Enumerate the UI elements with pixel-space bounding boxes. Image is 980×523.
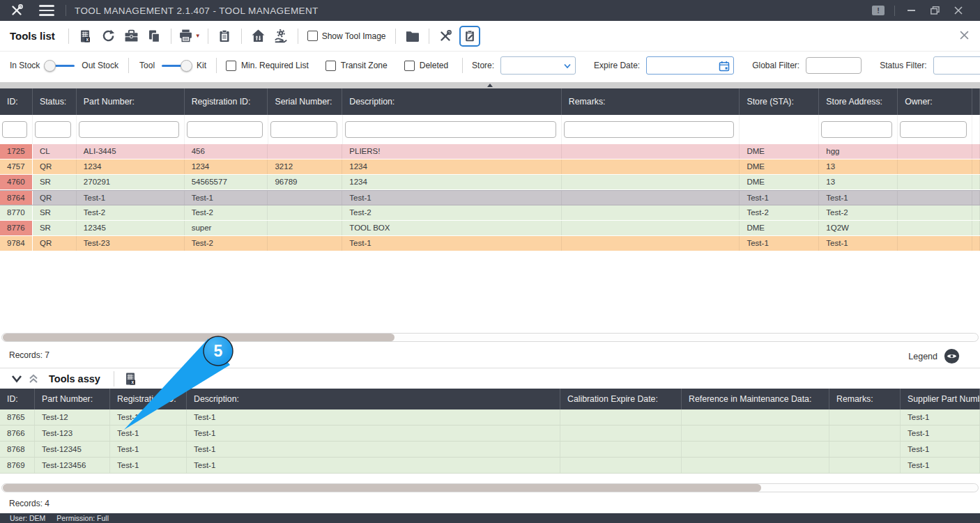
filter-checkbox-1[interactable]: Transit Zone [326, 61, 388, 71]
assy-col-supplier-part-number[interactable]: Supplier Part Number: [901, 389, 980, 409]
print-button[interactable]: ▼ [178, 26, 201, 47]
cell-registration-id: Test-1 [185, 191, 268, 205]
toggle-knob[interactable] [44, 60, 56, 72]
tools-button[interactable] [436, 26, 455, 47]
main-filter-registration-id-input[interactable] [187, 121, 263, 138]
folder-button[interactable] [403, 26, 422, 47]
main-col-store-address[interactable]: Store Address: [819, 88, 898, 115]
main-col-registration-id[interactable]: Registration ID: [185, 88, 268, 115]
main-filter-owner-input[interactable] [900, 121, 967, 138]
service-request-button[interactable] [272, 26, 291, 47]
main-col-serial-number[interactable]: Serial Number: [268, 88, 342, 115]
user-label: User: DEM [10, 514, 45, 522]
assy-col-id[interactable]: ID: [0, 389, 35, 409]
tools-row-8764[interactable]: 8764QRTest-1Test-1Test-1Test-1Test-1 [0, 190, 980, 205]
assy-col-remarks[interactable]: Remarks: [829, 389, 901, 409]
tools-row-8770[interactable]: 8770SRTest-2Test-2Test-2Test-2Test-2 [0, 205, 980, 221]
main-col-owner[interactable]: Owner: [898, 88, 972, 115]
expand-up-button[interactable] [25, 370, 42, 387]
cell-owner [898, 144, 972, 159]
close-panel-button[interactable] [960, 30, 969, 42]
tools-row-1725[interactable]: 1725CLALI-3445456PLIERS!DMEhgg [0, 144, 980, 159]
main-filter-cell [0, 115, 33, 144]
minimize-button[interactable] [899, 0, 923, 21]
main-filter-serial-number-input[interactable] [270, 121, 337, 138]
cell-supplier-part-number: Test-1 [901, 442, 980, 457]
checkbox-icon [307, 31, 318, 41]
main-col-part-number[interactable]: Part Number: [77, 88, 185, 115]
feedback-button[interactable]: ! [866, 0, 890, 21]
toggle-knob[interactable] [181, 60, 192, 72]
in-stock-label: In Stock [10, 61, 40, 70]
main-filter-status-input[interactable] [35, 121, 71, 138]
collapse-down-button[interactable] [8, 370, 25, 387]
main-filter-description-input[interactable] [345, 121, 556, 138]
excel-export-button[interactable]: x [76, 26, 95, 47]
main-col-store-sta[interactable]: Store (STA): [740, 88, 819, 115]
tool-kit-toggle[interactable] [162, 59, 190, 72]
cell-owner [898, 159, 972, 174]
assy-col-part-number[interactable]: Part Number: [35, 389, 110, 409]
assy-col-reference-in-maintenance-data[interactable]: Reference in Maintenance Data: [682, 389, 829, 409]
assy-excel-export-button[interactable]: x [121, 368, 140, 389]
assy-col-description[interactable]: Description: [187, 389, 560, 409]
folder-icon [405, 29, 420, 43]
filter-checkbox-0[interactable]: Min. Required List [226, 61, 309, 71]
main-filter-part-number-input[interactable] [79, 121, 179, 138]
print-dropdown-caret-icon[interactable]: ▼ [195, 33, 201, 39]
tools-row-8776[interactable]: 8776SR12345superTOOL BOXDME1Q2W [0, 221, 980, 236]
cell-store-address: 13 [819, 159, 898, 174]
assy-col-registration-id[interactable]: Registration ID: [110, 389, 187, 409]
main-col-remarks[interactable]: Remarks: [562, 88, 740, 115]
paste-button[interactable] [215, 26, 234, 47]
refresh-button[interactable] [99, 26, 118, 47]
assy-row-8765[interactable]: 8765Test-12Test-1Test-1Test-1 [0, 409, 980, 426]
store-home-button[interactable] [249, 26, 268, 47]
cell-sliver [972, 191, 980, 205]
global-filter-input[interactable] [806, 57, 862, 74]
scrollbar-thumb[interactable] [3, 484, 761, 492]
cell-part-number: 1234 [77, 159, 185, 174]
cell-description: PLIERS! [342, 144, 562, 159]
tools-row-4760[interactable]: 4760SR27029154565577967891234DME13 [0, 175, 980, 190]
assy-col-calibration-expire-date[interactable]: Calibration Expire Date: [560, 389, 682, 409]
edit-button[interactable] [459, 26, 480, 47]
expire-date-input[interactable] [646, 56, 734, 75]
main-filter-remarks-input[interactable] [564, 121, 734, 138]
main-col-description[interactable]: Description: [342, 88, 562, 115]
assy-row-8766[interactable]: 8766Test-123Test-1Test-1Test-1 [0, 426, 980, 442]
tools-row-9784[interactable]: 9784QRTest-23Test-2Test-1Test-1Test-1 [0, 236, 980, 251]
tools-row-4757[interactable]: 4757QR1234123432121234DME13 [0, 159, 980, 175]
filter-checkbox-2[interactable]: Deleted [404, 61, 448, 71]
toolbox-button[interactable] [122, 26, 141, 47]
legend-button[interactable]: Legend [908, 348, 960, 364]
cell-sliver [972, 144, 980, 159]
main-col-status[interactable]: Status: [33, 88, 77, 115]
collapse-up-arrow-icon[interactable] [487, 84, 493, 87]
paste-clipboard-icon [217, 29, 231, 43]
cell-id: 8769 [0, 458, 35, 473]
status-filter-dropdown[interactable] [933, 56, 980, 75]
main-col-id[interactable]: ID: [0, 88, 33, 115]
tools-table-header: ID:Status:Part Number:Registration ID:Se… [0, 88, 980, 115]
cell-description: 1234 [342, 159, 562, 174]
app-window: TOOL MANAGEMENT 2.1.407 - TOOL MANAGEMEN… [0, 0, 980, 523]
calendar-icon [719, 61, 730, 72]
restore-button[interactable] [923, 0, 947, 21]
assy-row-8768[interactable]: 8768Test-12345Test-1Test-1Test-1 [0, 442, 980, 458]
main-filter-store-address-input[interactable] [821, 121, 892, 138]
assy-table-hscrollbar[interactable] [1, 483, 979, 492]
assy-row-8769[interactable]: 8769Test-123456Test-1Test-1Test-1 [0, 458, 980, 474]
main-filter-id-input[interactable] [2, 121, 27, 138]
stock-toggle[interactable] [47, 59, 75, 72]
copy-button[interactable] [145, 26, 164, 47]
tools-assy-header: Tools assy x [0, 368, 980, 389]
scrollbar-thumb[interactable] [3, 334, 395, 341]
menu-icon[interactable] [39, 5, 54, 16]
close-window-button[interactable] [947, 0, 970, 21]
legend-eye-icon[interactable] [944, 348, 960, 364]
splitter-bar[interactable] [0, 82, 980, 88]
store-dropdown[interactable] [500, 56, 576, 75]
tools-table-hscrollbar[interactable] [1, 333, 979, 342]
show-tool-image-checkbox[interactable]: Show Tool Image [307, 31, 386, 41]
